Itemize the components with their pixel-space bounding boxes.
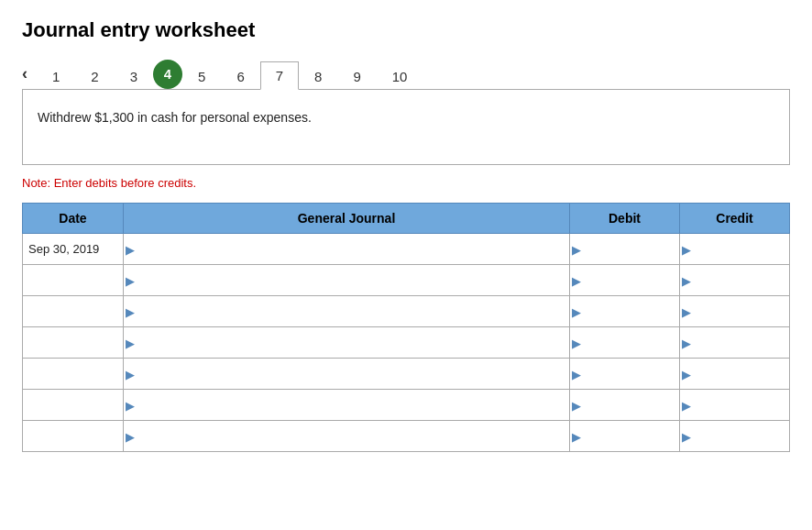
row-arrow-2: ▶: [126, 273, 135, 287]
debit-input-5[interactable]: [570, 359, 679, 389]
credit-arrow-5: ▶: [682, 367, 691, 381]
col-header-credit: Credit: [680, 204, 790, 234]
credit-arrow-4: ▶: [682, 336, 691, 349]
date-value-1: Sep 30, 2019: [28, 242, 99, 256]
debit-input-4[interactable]: [570, 327, 679, 358]
tab-1[interactable]: 1: [37, 62, 75, 90]
credit-cell-7[interactable]: ▶: [680, 421, 790, 452]
tab-8[interactable]: 8: [299, 62, 337, 90]
col-header-date: Date: [23, 204, 124, 234]
journal-cell-1[interactable]: ▶: [124, 234, 570, 265]
journal-cell-6[interactable]: ▶: [124, 390, 570, 421]
row-arrow-7: ▶: [126, 429, 135, 443]
credit-cell-4[interactable]: ▶: [680, 327, 790, 359]
journal-cell-4[interactable]: ▶: [124, 327, 570, 359]
debit-input-7[interactable]: [570, 421, 679, 451]
journal-cell-7[interactable]: ▶: [124, 421, 570, 452]
credit-input-3[interactable]: [680, 296, 789, 326]
table-row: Sep 30, 2019 ▶ ▶ ▶: [23, 234, 790, 265]
debit-arrow-4: ▶: [572, 336, 581, 349]
date-cell-5: [23, 359, 124, 390]
journal-input-1[interactable]: [142, 234, 569, 264]
tab-3[interactable]: 3: [115, 62, 153, 90]
credit-arrow-1: ▶: [682, 242, 691, 256]
tab-navigation: ‹ 1 2 3 4 5 6 7 8 9 10: [22, 59, 790, 90]
date-cell-3: [23, 296, 124, 327]
credit-input-6[interactable]: [680, 390, 789, 420]
debit-arrow-5: ▶: [572, 367, 581, 381]
credit-input-7[interactable]: [680, 421, 789, 451]
description-box: Withdrew $1,300 in cash for personal exp…: [22, 90, 790, 165]
journal-input-3[interactable]: [142, 296, 569, 326]
credit-cell-6[interactable]: ▶: [680, 390, 790, 421]
debit-arrow-7: ▶: [572, 429, 581, 443]
credit-input-2[interactable]: [680, 265, 789, 295]
table-row: ▶ ▶ ▶: [23, 390, 790, 421]
debit-cell-3[interactable]: ▶: [570, 296, 680, 327]
journal-cell-2[interactable]: ▶: [124, 265, 570, 296]
credit-arrow-7: ▶: [682, 429, 691, 443]
tab-7-selected[interactable]: 7: [260, 61, 299, 90]
tab-9[interactable]: 9: [337, 62, 376, 90]
note-text: Note: Enter debits before credits.: [22, 176, 790, 190]
credit-arrow-3: ▶: [682, 304, 691, 318]
debit-input-6[interactable]: [570, 390, 679, 420]
debit-cell-5[interactable]: ▶: [570, 359, 680, 390]
table-row: ▶ ▶ ▶: [23, 359, 790, 390]
debit-input-3[interactable]: [570, 296, 679, 326]
date-cell-2: [23, 265, 124, 296]
tab-10[interactable]: 10: [377, 62, 423, 90]
journal-input-5[interactable]: [142, 359, 569, 389]
credit-input-5[interactable]: [680, 359, 789, 389]
date-cell-1: Sep 30, 2019: [23, 234, 124, 265]
table-row: ▶ ▶ ▶: [23, 296, 790, 327]
date-cell-7: [23, 421, 124, 452]
tab-5[interactable]: 5: [182, 62, 221, 90]
journal-input-2[interactable]: [142, 265, 569, 295]
date-cell-6: [23, 390, 124, 421]
debit-cell-6[interactable]: ▶: [570, 390, 680, 421]
page-title: Journal entry worksheet: [22, 18, 790, 42]
debit-cell-2[interactable]: ▶: [570, 265, 680, 296]
row-arrow-5: ▶: [126, 367, 135, 381]
debit-input-1[interactable]: [570, 234, 679, 264]
date-cell-4: [23, 327, 124, 359]
journal-table: Date General Journal Debit Credit Sep 30…: [22, 203, 790, 452]
col-header-journal: General Journal: [124, 204, 570, 234]
row-arrow-4: ▶: [126, 336, 135, 349]
credit-cell-2[interactable]: ▶: [680, 265, 790, 296]
col-header-debit: Debit: [570, 204, 680, 234]
journal-input-6[interactable]: [142, 390, 569, 420]
row-arrow-1: ▶: [126, 242, 135, 256]
credit-cell-5[interactable]: ▶: [680, 359, 790, 390]
credit-cell-1[interactable]: ▶: [680, 234, 790, 265]
debit-cell-4[interactable]: ▶: [570, 327, 680, 359]
description-text: Withdrew $1,300 in cash for personal exp…: [38, 110, 312, 125]
debit-cell-1[interactable]: ▶: [570, 234, 680, 265]
journal-cell-5[interactable]: ▶: [124, 359, 570, 390]
credit-input-4[interactable]: [680, 327, 789, 358]
credit-cell-3[interactable]: ▶: [680, 296, 790, 327]
row-arrow-3: ▶: [126, 304, 135, 318]
row-arrow-6: ▶: [126, 398, 135, 412]
table-row: ▶ ▶ ▶: [23, 327, 790, 359]
debit-input-2[interactable]: [570, 265, 679, 295]
journal-input-4[interactable]: [142, 327, 569, 358]
debit-cell-7[interactable]: ▶: [570, 421, 680, 452]
credit-arrow-6: ▶: [682, 398, 691, 412]
tab-4-active[interactable]: 4: [153, 60, 182, 89]
table-row: ▶ ▶ ▶: [23, 421, 790, 452]
debit-arrow-3: ▶: [572, 304, 581, 318]
journal-cell-3[interactable]: ▶: [124, 296, 570, 327]
tab-2[interactable]: 2: [75, 62, 114, 90]
credit-input-1[interactable]: [680, 234, 789, 264]
debit-arrow-6: ▶: [572, 398, 581, 412]
journal-input-7[interactable]: [142, 421, 569, 451]
table-row: ▶ ▶ ▶: [23, 265, 790, 296]
tab-6[interactable]: 6: [221, 62, 259, 90]
tab-back-arrow[interactable]: ‹: [22, 59, 37, 89]
debit-arrow-1: ▶: [572, 242, 581, 256]
credit-arrow-2: ▶: [682, 273, 691, 287]
debit-arrow-2: ▶: [572, 273, 581, 287]
